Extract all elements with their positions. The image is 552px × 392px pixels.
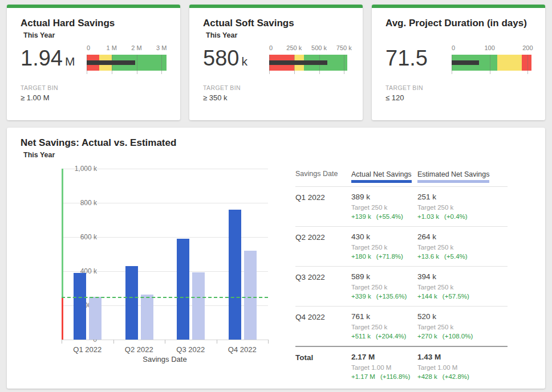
net-savings-bar-chart[interactable]: 0200 k400 k600 k800 k1,000 kQ1 2022Q2 20… — [21, 163, 283, 385]
bullet-tick-label: 750 k — [336, 44, 352, 51]
kpi-row: Actual Hard Savings This Year 1.94M 01 M… — [7, 5, 545, 120]
target-bin-value: ≥ 1.00 M — [21, 93, 167, 102]
kpi-card-avg-project-duration[interactable]: Avg. Project Duration (in days) 71.5 010… — [372, 5, 545, 120]
kpi-subtitle: This Year — [206, 31, 349, 40]
table-row-q1[interactable]: Q1 2022 389 k Target 250 k +139 k(+55.4%… — [295, 187, 508, 227]
dashboard: Actual Hard Savings This Year 1.94M 01 M… — [0, 0, 552, 392]
bullet-chart-soft-savings[interactable]: 0250 k500 k750 k — [269, 44, 349, 71]
x-axis-label: Q3 2022 — [176, 345, 205, 354]
column-header-estimated[interactable]: Estimated Net Savings — [417, 170, 508, 183]
bullet-tick-label: 3 M — [156, 44, 167, 51]
x-axis-tick — [165, 340, 165, 344]
estimated-cell: 394 k Target 250 k +144 k(+57.5%) — [417, 272, 508, 300]
estimated-header-underline — [417, 180, 489, 183]
row-label: Q2 2022 — [295, 232, 351, 260]
actual-cell: 2.17 M Target 1.00 M +1.17 M(+116.8%) — [351, 353, 417, 380]
actual-header-underline — [351, 180, 412, 183]
row-label: Q3 2022 — [295, 272, 351, 300]
kpi-subtitle — [388, 31, 531, 40]
target-bin-value: ≤ 120 — [385, 93, 531, 102]
kpi-title: Avg. Project Duration (in days) — [385, 18, 531, 29]
estimated-cell: 520 k Target 250 k +270 k(+108.0%) — [417, 312, 508, 340]
kpi-value: 580k — [203, 44, 261, 75]
x-axis-label: Q2 2022 — [125, 345, 153, 354]
actual-cell: 589 k Target 250 k +339 k(+135.6%) — [351, 272, 417, 300]
x-axis-title: Savings Date — [62, 355, 268, 364]
plot-area: 0200 k400 k600 k800 k1,000 kQ1 2022Q2 20… — [62, 169, 268, 340]
column-header-savings-date[interactable]: Savings Date — [295, 170, 351, 183]
table-row-q4[interactable]: Q4 2022 761 k Target 250 k +511 k(+204.4… — [295, 307, 508, 346]
target-reference-line — [62, 297, 268, 298]
bar-estimated-q1-2022[interactable] — [89, 297, 102, 340]
column-header-actual[interactable]: Actual Net Savings — [351, 170, 417, 183]
actual-cell: 430 k Target 250 k +180 k(+71.8%) — [351, 232, 417, 260]
bullet-tick-label: 100 — [484, 44, 494, 51]
bullet-tick-label: 200 — [522, 44, 533, 51]
row-label: Q4 2022 — [295, 312, 351, 340]
row-label: Q1 2022 — [295, 193, 351, 220]
bullet-tick-mark — [137, 55, 137, 74]
target-bin-label: TARGET BIN — [203, 84, 349, 91]
net-savings-table: Savings Date Actual Net Savings Estimate… — [295, 170, 508, 386]
kpi-subtitle: This Year — [23, 31, 167, 40]
x-axis-tick — [62, 340, 62, 344]
bullet-bar — [452, 55, 531, 71]
bullet-tick-label: 2 M — [131, 44, 141, 51]
bullet-axis-labels: 0100200 — [452, 44, 531, 54]
bullet-chart-project-duration[interactable]: 0100200 — [452, 44, 531, 71]
x-axis-label: Q1 2022 — [73, 345, 102, 354]
row-label: Total — [295, 353, 351, 380]
actual-cell: 389 k Target 250 k +139 k(+55.4%) — [351, 193, 417, 220]
y-axis-label: 800 k — [80, 199, 97, 207]
bar-estimated-q4-2022[interactable] — [244, 251, 257, 340]
table-row-q3[interactable]: Q3 2022 589 k Target 250 k +339 k(+135.6… — [295, 267, 508, 307]
bullet-zone-yellow — [497, 55, 522, 71]
bullet-bar — [87, 55, 167, 71]
bullet-tick-label: 0 — [87, 44, 90, 51]
bar-estimated-q3-2022[interactable] — [192, 272, 205, 340]
panel-subtitle: This Year — [23, 151, 531, 160]
bullet-tick-label: 250 k — [286, 44, 302, 51]
bar-actual-q2-2022[interactable] — [125, 266, 138, 340]
target-bin-label: TARGET BIN — [385, 84, 531, 91]
estimated-cell: 1.43 M Target 1.00 M +428 k(+42.8%) — [417, 353, 508, 380]
y-axis-label: 600 k — [80, 233, 97, 241]
estimated-cell: 251 k Target 250 k +1.03 k(+0.4%) — [417, 193, 508, 220]
kpi-unit: k — [241, 55, 247, 68]
y-axis-line-above-target — [62, 169, 63, 297]
net-savings-panel: Net Savings: Actual vs. Estimated This Y… — [7, 128, 545, 389]
kpi-card-actual-hard-savings[interactable]: Actual Hard Savings This Year 1.94M 01 M… — [7, 5, 180, 120]
bullet-tick-label: 0 — [269, 44, 273, 51]
bullet-tick-mark — [344, 55, 344, 74]
kpi-title: Actual Soft Savings — [203, 18, 349, 29]
bar-estimated-q2-2022[interactable] — [141, 295, 153, 340]
bullet-measure-bar — [269, 60, 327, 65]
bullet-chart-hard-savings[interactable]: 01 M2 M3 M — [87, 44, 167, 71]
table-header-row: Savings Date Actual Net Savings Estimate… — [295, 170, 508, 187]
table-row-total[interactable]: Total 2.17 M Target 1.00 M +1.17 M(+116.… — [295, 346, 508, 386]
bullet-tick-mark — [161, 55, 162, 74]
panel-title: Net Savings: Actual vs. Estimated — [21, 137, 531, 149]
table-row-q2[interactable]: Q2 2022 430 k Target 250 k +180 k(+71.8%… — [295, 227, 508, 267]
bullet-tick-label: 500 k — [311, 44, 327, 51]
x-axis-tick — [268, 340, 269, 344]
x-axis-label: Q4 2022 — [228, 345, 257, 354]
bullet-tick-mark — [527, 55, 528, 74]
target-bin-label: TARGET BIN — [21, 84, 167, 91]
kpi-unit: M — [65, 55, 75, 68]
target-bin-value: ≥ 350 k — [203, 93, 349, 102]
bullet-tick-label: 0 — [452, 44, 455, 51]
bar-actual-q3-2022[interactable] — [177, 239, 189, 340]
bar-actual-q1-2022[interactable] — [74, 273, 86, 340]
bar-actual-q4-2022[interactable] — [229, 210, 241, 340]
bullet-tick-mark — [490, 55, 490, 74]
y-axis-line-below-target — [62, 297, 63, 340]
y-axis-label: 1,000 k — [75, 165, 97, 173]
bullet-tick-label: 1 M — [107, 44, 117, 51]
kpi-value: 71.5 — [385, 44, 444, 75]
kpi-value: 1.94M — [21, 44, 79, 75]
bullet-measure-bar — [452, 60, 479, 65]
actual-cell: 761 k Target 250 k +511 k(+204.4%) — [351, 312, 417, 340]
kpi-card-actual-soft-savings[interactable]: Actual Soft Savings This Year 580k 0250 … — [189, 5, 363, 120]
estimated-cell: 264 k Target 250 k +13.6 k(+5.4%) — [417, 232, 508, 260]
